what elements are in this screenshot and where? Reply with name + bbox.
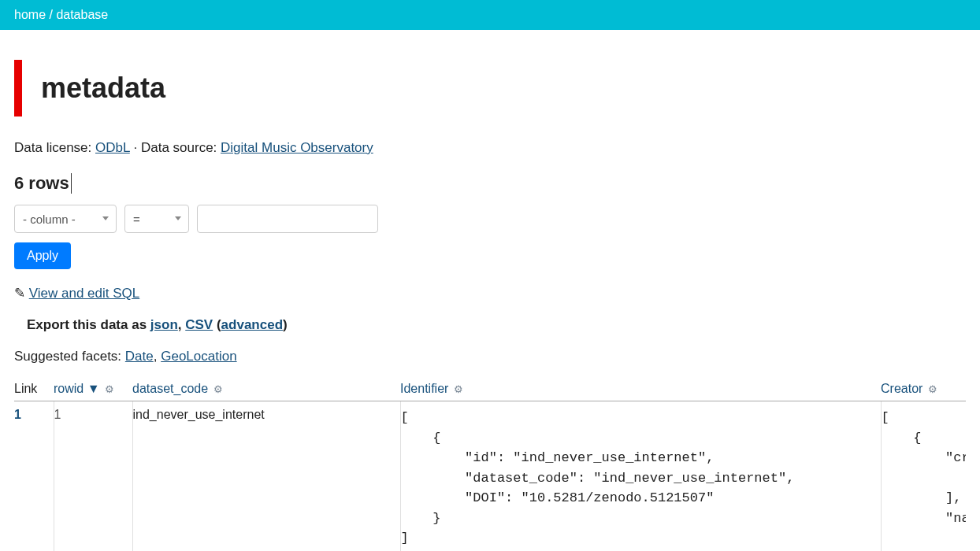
page-title: metadata bbox=[41, 72, 165, 105]
filter-value-input[interactable] bbox=[197, 205, 378, 233]
gear-icon[interactable]: ⚙ bbox=[213, 383, 223, 395]
filter-column-select[interactable]: - column - bbox=[14, 205, 117, 233]
breadcrumb-database[interactable]: database bbox=[56, 8, 108, 21]
cell-creator: [ { "crea " ], "name " ], "affi bbox=[881, 401, 966, 552]
col-identifier[interactable]: Identifier ⚙ bbox=[400, 379, 881, 401]
facet-geolocation-link[interactable]: GeoLocation bbox=[161, 349, 236, 364]
breadcrumb-sep: / bbox=[46, 8, 56, 21]
gear-icon[interactable]: ⚙ bbox=[105, 383, 114, 395]
cell-dataset-code: ind_never_use_internet bbox=[132, 401, 400, 552]
source-link[interactable]: Digital Music Observatory bbox=[221, 140, 373, 155]
export-line: Export this data as json, CSV (advanced) bbox=[14, 317, 966, 333]
export-csv-link[interactable]: CSV bbox=[185, 317, 213, 332]
col-creator[interactable]: Creator ⚙ bbox=[881, 379, 966, 401]
license-link[interactable]: ODbL bbox=[95, 140, 130, 155]
view-sql-link[interactable]: View and edit SQL bbox=[29, 286, 140, 301]
pencil-icon: ✎ bbox=[14, 286, 29, 301]
row-link[interactable]: 1 bbox=[14, 408, 21, 421]
breadcrumb-home[interactable]: home bbox=[14, 8, 46, 21]
col-rowid[interactable]: rowid ▼ ⚙ bbox=[54, 379, 132, 401]
data-table: Link rowid ▼ ⚙ dataset_code ⚙ Identifier… bbox=[14, 379, 966, 551]
row-count: 6 rows bbox=[14, 173, 72, 194]
breadcrumb: home / database bbox=[0, 0, 980, 30]
col-link: Link bbox=[14, 379, 54, 401]
export-advanced-link[interactable]: advanced bbox=[221, 317, 283, 332]
license-line: Data license: ODbL · Data source: Digita… bbox=[14, 140, 966, 156]
facets-line: Suggested facets: Date, GeoLocation bbox=[14, 349, 966, 364]
facet-date-link[interactable]: Date bbox=[125, 349, 154, 364]
gear-icon[interactable]: ⚙ bbox=[454, 383, 463, 395]
table-row: 1 1 ind_never_use_internet [ { "id": "in… bbox=[14, 401, 966, 552]
apply-button[interactable]: Apply bbox=[14, 242, 71, 269]
export-json-link[interactable]: json bbox=[150, 317, 178, 332]
cell-identifier: [ { "id": "ind_never_use_internet", "dat… bbox=[400, 401, 881, 552]
cell-rowid: 1 bbox=[54, 401, 132, 552]
col-dataset-code[interactable]: dataset_code ⚙ bbox=[132, 379, 400, 401]
filter-operator-select[interactable]: = bbox=[124, 205, 189, 233]
title-accent-bar bbox=[14, 60, 22, 116]
gear-icon[interactable]: ⚙ bbox=[928, 383, 937, 395]
